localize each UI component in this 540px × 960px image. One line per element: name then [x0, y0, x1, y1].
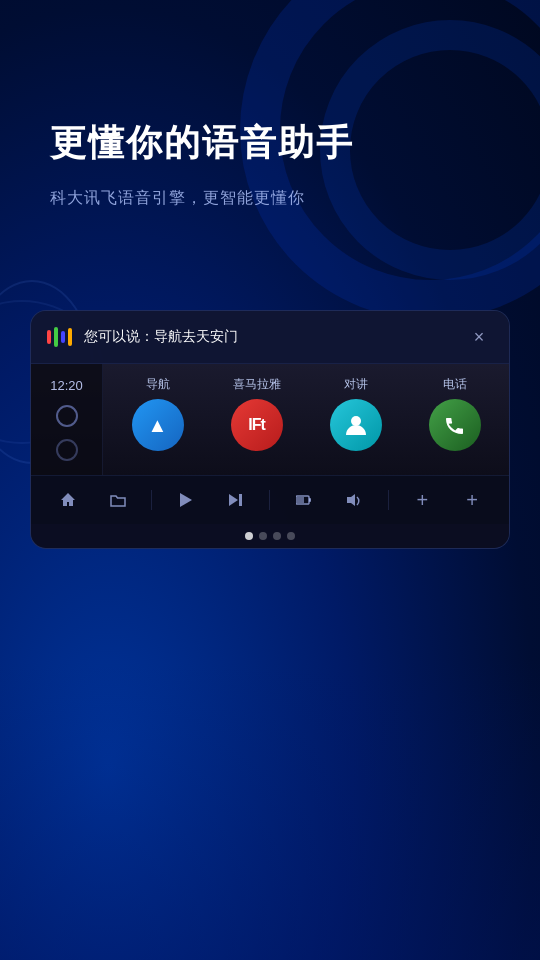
nav-arrow-icon: ▲ — [148, 414, 168, 437]
walkie-person-svg — [343, 412, 369, 438]
hero-subtitle: 科大讯飞语音引擎，更智能更懂你 — [50, 185, 490, 211]
ctrl-add-2[interactable]: + — [456, 484, 488, 516]
app-icon-walkie — [330, 399, 382, 451]
ctrl-skip[interactable] — [220, 484, 252, 516]
app-icon-phone — [429, 399, 481, 451]
time-display: 12:20 — [50, 378, 83, 393]
bottom-gradient — [0, 660, 540, 960]
voice-bar-2 — [54, 327, 58, 347]
app-item-walkie[interactable]: 对讲 — [311, 376, 401, 451]
app-item-nav[interactable]: 导航 ▲ — [113, 376, 203, 451]
ift-text: IFt — [248, 416, 265, 434]
play-icon — [179, 492, 193, 508]
ctrl-play[interactable] — [170, 484, 202, 516]
hero-section: 更懂你的语音助手 科大讯飞语音引擎，更智能更懂你 — [0, 0, 540, 250]
app-icon-music: IFt — [231, 399, 283, 451]
app-icon-nav: ▲ — [132, 399, 184, 451]
app-row: 导航 ▲ 喜马拉雅 IFt 对讲 — [111, 376, 501, 451]
pagination-dot-3[interactable] — [273, 532, 281, 540]
card-header: 您可以说：导航去天安门 × — [31, 311, 509, 364]
bottom-controls: + + — [31, 475, 509, 524]
svg-marker-1 — [180, 493, 192, 507]
app-item-music[interactable]: 喜马拉雅 IFt — [212, 376, 302, 451]
svg-marker-7 — [347, 494, 355, 506]
svg-rect-3 — [239, 494, 242, 506]
battery-icon — [296, 494, 312, 506]
svg-marker-2 — [229, 494, 238, 506]
assistant-card: 您可以说：导航去天安门 × 12:20 导航 ▲ — [30, 310, 510, 549]
app-label-walkie: 对讲 — [344, 376, 368, 393]
ctrl-volume[interactable] — [338, 484, 370, 516]
phone-svg-icon — [442, 412, 468, 438]
voice-bar-4 — [68, 328, 72, 346]
voice-prompt-text: 您可以说：导航去天安门 — [84, 328, 465, 346]
ctrl-battery[interactable] — [288, 484, 320, 516]
ctrl-folder[interactable] — [102, 484, 134, 516]
pagination-dots — [31, 524, 509, 548]
prompt-example: 导航去天安门 — [154, 328, 238, 344]
ctrl-home[interactable] — [52, 484, 84, 516]
circle-indicator-1 — [56, 405, 78, 427]
control-divider-3 — [388, 490, 389, 510]
app-label-phone: 电话 — [443, 376, 467, 393]
card-container: 您可以说：导航去天安门 × 12:20 导航 ▲ — [30, 310, 510, 549]
left-panel: 12:20 — [31, 364, 103, 475]
close-button[interactable]: × — [465, 323, 493, 351]
skip-icon — [228, 492, 244, 508]
voice-bar-1 — [47, 330, 51, 344]
svg-rect-6 — [309, 498, 311, 502]
svg-point-0 — [351, 416, 361, 426]
folder-icon — [110, 492, 126, 508]
voice-bars-icon — [47, 327, 72, 347]
pagination-dot-2[interactable] — [259, 532, 267, 540]
home-icon — [60, 492, 76, 508]
pagination-dot-1[interactable] — [245, 532, 253, 540]
hero-title: 更懂你的语音助手 — [50, 120, 490, 167]
volume-icon — [346, 493, 362, 507]
ctrl-add-1[interactable]: + — [406, 484, 438, 516]
voice-bar-3 — [61, 331, 65, 343]
pagination-dot-4[interactable] — [287, 532, 295, 540]
app-label-nav: 导航 — [146, 376, 170, 393]
app-grid: 导航 ▲ 喜马拉雅 IFt 对讲 — [103, 364, 509, 475]
app-label-music: 喜马拉雅 — [233, 376, 281, 393]
app-item-phone[interactable]: 电话 — [410, 376, 500, 451]
control-divider-2 — [269, 490, 270, 510]
circle-indicator-2 — [56, 439, 78, 461]
svg-rect-5 — [297, 497, 304, 503]
control-divider-1 — [151, 490, 152, 510]
dashboard-area: 12:20 导航 ▲ 喜马拉雅 — [31, 364, 509, 475]
prompt-prefix: 您可以说： — [84, 328, 154, 344]
